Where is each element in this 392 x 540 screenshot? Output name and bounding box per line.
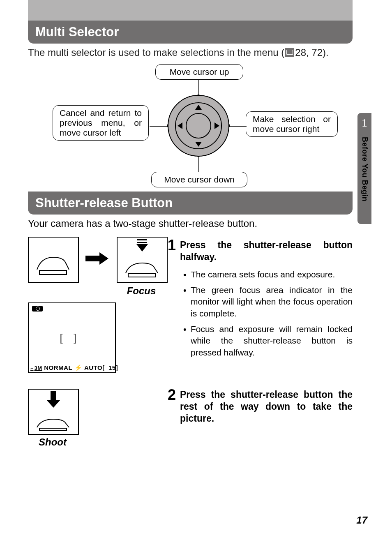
leader-line xyxy=(150,126,168,127)
shoot-caption: Shoot xyxy=(28,436,77,448)
lcd-preview: [] ⌐ 3M NORMAL ⚡ AUTO [ 15] xyxy=(28,302,116,373)
multi-selector-intro: The multi selector is used to make selec… xyxy=(28,47,353,58)
flash-icon: ⚡ xyxy=(74,364,83,372)
multi-selector-icon xyxy=(168,95,229,157)
triangle-down-icon xyxy=(195,142,202,147)
step-number: 2 xyxy=(168,386,176,404)
lcd-size: 3M xyxy=(35,365,42,371)
label-down: Move cursor down xyxy=(151,172,247,187)
svg-rect-0 xyxy=(39,270,67,275)
step-number: 1 xyxy=(168,237,176,254)
leader-line xyxy=(198,80,199,96)
intro-text-pre: The multi selector is used to make selec… xyxy=(28,47,284,58)
svg-rect-1 xyxy=(128,274,155,277)
side-tab: 1 Before You Begin xyxy=(357,113,371,224)
illus-finger-light xyxy=(28,237,79,283)
triangle-up-icon xyxy=(195,105,202,110)
triangle-right-icon xyxy=(214,122,219,129)
intro-text-refs: 28, 72). xyxy=(295,47,328,58)
illus-finger-fullpress xyxy=(28,389,79,435)
label-right: Make selection or move cursor right xyxy=(246,111,338,137)
bullet: The camera sets focus and exposure. xyxy=(185,269,353,280)
leader-line xyxy=(198,155,199,172)
hand-icon xyxy=(29,238,78,282)
label-up: Move cursor up xyxy=(155,64,243,80)
leader-line xyxy=(228,126,247,127)
lcd-flash: AUTO xyxy=(84,364,102,371)
top-gray-bar xyxy=(28,0,353,21)
label-left: Cancel and return to previous menu, or m… xyxy=(53,105,149,141)
step-1: 1 Press the shutter-release button halfw… xyxy=(180,239,353,362)
lcd-count: 15 xyxy=(108,364,116,371)
chapter-number: 1 xyxy=(357,113,371,129)
lcd-quality: NORMAL xyxy=(44,364,72,371)
step-2: 2 Press the shutter-release button the r… xyxy=(180,389,353,424)
step-title: Press the shutter-release button halfway… xyxy=(180,239,353,263)
illus-finger-halfpress xyxy=(117,237,168,283)
section-heading-shutter: Shutter-release Button xyxy=(28,192,353,215)
section-heading-multi-selector: Multi Selector xyxy=(28,21,353,44)
bullet: Focus and exposure will remain locked wh… xyxy=(185,323,353,358)
svg-rect-2 xyxy=(39,428,67,431)
page-number: 17 xyxy=(356,515,367,526)
camera-icon xyxy=(32,306,43,312)
chapter-label: Before You Begin xyxy=(360,137,369,201)
shutter-intro: Your camera has a two-stage shutter-rele… xyxy=(28,218,353,229)
focus-caption: Focus xyxy=(117,285,166,297)
book-icon xyxy=(285,48,294,57)
arrow-right-icon xyxy=(85,253,110,264)
step-title: Press the shutter-release button the res… xyxy=(180,389,353,424)
focus-brackets: [] xyxy=(29,332,115,344)
triangle-left-icon xyxy=(178,122,182,129)
bullet: The green focus area indicator in the mo… xyxy=(185,284,353,319)
multi-selector-diagram: Move cursor up Move cursor down Cancel a… xyxy=(28,64,353,187)
step-bullets: The camera sets focus and exposure. The … xyxy=(180,269,353,358)
lcd-status-bar: ⌐ 3M NORMAL ⚡ AUTO [ 15] xyxy=(30,364,113,372)
shutter-body: Focus [] ⌐ 3M NORMAL ⚡ AUTO [ 15] Shoot xyxy=(28,237,353,467)
